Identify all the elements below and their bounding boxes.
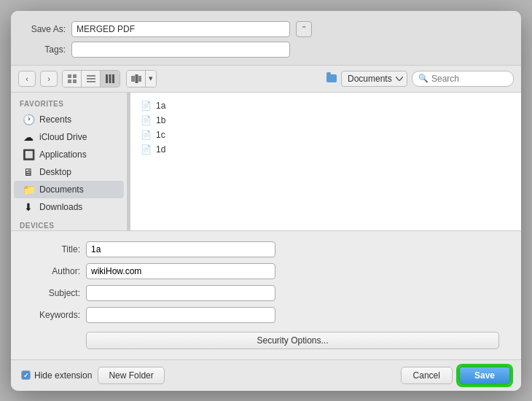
- icloud-label: iCloud Drive: [39, 132, 87, 142]
- expand-button[interactable]: ⌃: [296, 21, 312, 37]
- back-button[interactable]: ‹: [18, 71, 36, 87]
- sidebar-item-recents[interactable]: 🕐 Recents: [14, 111, 124, 128]
- cover-flow-btn[interactable]: [127, 71, 146, 87]
- security-options-button[interactable]: Security Options...: [86, 332, 499, 349]
- svg-rect-6: [87, 81, 95, 82]
- dialog-body: Favorites 🕐 Recents ☁ iCloud Drive 🔲 App…: [11, 93, 521, 231]
- view-arrange-btn[interactable]: ▾: [126, 70, 157, 87]
- svg-rect-3: [73, 79, 77, 83]
- tags-label: Tags:: [26, 44, 66, 55]
- author-input[interactable]: [86, 263, 275, 279]
- file-item-1c[interactable]: 📄 1c: [136, 128, 515, 142]
- sidebar-item-desktop[interactable]: 🖥 Desktop: [14, 163, 124, 181]
- file-name-1a: 1a: [156, 101, 165, 111]
- applications-icon: 🔲: [23, 149, 34, 160]
- tags-row: Tags:: [26, 42, 506, 58]
- file-icon-1d: 📄: [141, 144, 152, 155]
- new-folder-button[interactable]: New Folder: [98, 367, 164, 384]
- subject-input[interactable]: [86, 285, 275, 301]
- desktop-label: Desktop: [39, 167, 71, 177]
- svg-rect-9: [112, 74, 114, 83]
- svg-rect-12: [138, 76, 141, 82]
- view-column-btn[interactable]: [101, 71, 120, 87]
- documents-label: Documents: [39, 184, 84, 195]
- file-name-1c: 1c: [156, 130, 165, 140]
- svg-rect-2: [68, 79, 71, 83]
- folder-icon: [326, 74, 337, 82]
- hide-extension-label: Hide extension: [34, 370, 92, 381]
- sidebar-section-label: Favorites: [11, 100, 127, 111]
- file-icon-1a: 📄: [141, 101, 152, 111]
- file-name-1b: 1b: [156, 115, 165, 125]
- sidebar-item-downloads[interactable]: ⬇ Downloads: [14, 198, 124, 216]
- saveas-row: Save As: ⌃: [26, 21, 506, 37]
- cancel-button[interactable]: Cancel: [401, 367, 453, 384]
- file-item-1a[interactable]: 📄 1a: [136, 98, 515, 113]
- svg-rect-11: [135, 74, 138, 83]
- location-select[interactable]: Documents: [341, 71, 407, 87]
- keywords-row: Keywords:: [33, 307, 499, 323]
- search-icon: 🔍: [418, 74, 429, 83]
- recents-icon: 🕐: [23, 114, 34, 125]
- view-icon-btn[interactable]: [63, 71, 82, 87]
- author-label: Author:: [33, 266, 80, 276]
- svg-rect-5: [87, 78, 95, 79]
- author-row: Author:: [33, 263, 499, 279]
- save-button[interactable]: Save: [458, 366, 511, 385]
- location-select-wrap: Documents: [326, 71, 407, 87]
- search-input[interactable]: [431, 74, 504, 84]
- view-list-btn[interactable]: [82, 71, 101, 87]
- file-icon-1c: 📄: [141, 130, 152, 140]
- keywords-input[interactable]: [86, 307, 275, 323]
- applications-label: Applications: [39, 149, 87, 160]
- dialog-fields: Title: Author: Subject: Keywords: Securi…: [11, 231, 521, 359]
- desktop-icon: 🖥: [23, 166, 34, 178]
- devices-section-label: Devices: [11, 222, 127, 230]
- title-row: Title:: [33, 241, 499, 257]
- sidebar: Favorites 🕐 Recents ☁ iCloud Drive 🔲 App…: [11, 93, 128, 230]
- tags-input[interactable]: [71, 42, 290, 58]
- saveas-label: Save As:: [26, 24, 66, 34]
- svg-rect-10: [131, 76, 135, 82]
- search-wrap: 🔍: [412, 71, 514, 87]
- svg-rect-7: [106, 74, 108, 83]
- title-label: Title:: [33, 244, 80, 254]
- subject-row: Subject:: [33, 285, 499, 301]
- svg-rect-1: [73, 74, 77, 78]
- downloads-icon: ⬇: [23, 201, 34, 213]
- file-item-1d[interactable]: 📄 1d: [136, 142, 515, 157]
- forward-button[interactable]: ›: [40, 71, 58, 87]
- toolbar: ‹ › ▾: [11, 66, 521, 93]
- icloud-icon: ☁: [23, 131, 34, 143]
- recents-label: Recents: [39, 114, 71, 125]
- svg-rect-0: [68, 74, 71, 78]
- view-btn-group: [62, 70, 120, 87]
- dialog-header: Save As: ⌃ Tags:: [11, 11, 521, 66]
- checkmark-icon: ✓: [23, 372, 29, 379]
- keywords-label: Keywords:: [33, 310, 80, 320]
- arrange-dropdown[interactable]: ▾: [146, 71, 156, 87]
- title-input[interactable]: [86, 241, 275, 257]
- hide-extension-checkbox[interactable]: ✓: [21, 370, 31, 380]
- sidebar-item-icloud[interactable]: ☁ iCloud Drive: [14, 128, 124, 146]
- hide-extension-wrap: ✓ Hide extension: [21, 370, 92, 381]
- file-area: 📄 1a 📄 1b 📄 1c 📄 1d: [130, 93, 521, 230]
- saveas-input[interactable]: [71, 21, 290, 37]
- sidebar-item-applications[interactable]: 🔲 Applications: [14, 146, 124, 163]
- downloads-label: Downloads: [39, 202, 82, 212]
- dialog-footer: ✓ Hide extension New Folder Cancel Save: [11, 359, 521, 391]
- save-dialog: Save As: ⌃ Tags: ‹ ›: [11, 11, 521, 391]
- file-name-1d: 1d: [156, 144, 165, 155]
- svg-rect-4: [87, 75, 95, 77]
- subject-label: Subject:: [33, 288, 80, 298]
- dialog-overlay: Save As: ⌃ Tags: ‹ ›: [0, 0, 532, 401]
- svg-rect-8: [109, 74, 112, 83]
- file-item-1b[interactable]: 📄 1b: [136, 113, 515, 128]
- file-icon-1b: 📄: [141, 115, 152, 125]
- sidebar-item-documents[interactable]: 📁 Documents: [14, 181, 124, 198]
- documents-icon: 📁: [23, 184, 34, 195]
